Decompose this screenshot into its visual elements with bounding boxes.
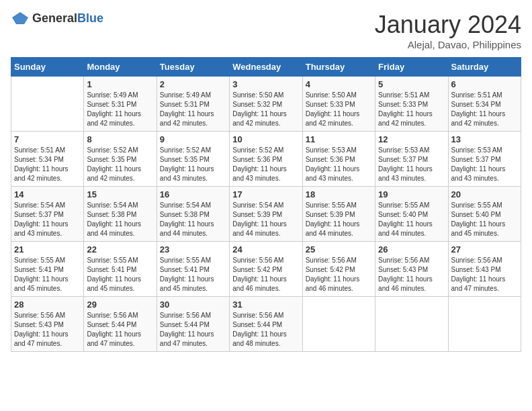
calendar-cell: 6Sunrise: 5:51 AM Sunset: 5:34 PM Daylig… [448,77,521,132]
calendar-cell: 30Sunrise: 5:56 AM Sunset: 5:44 PM Dayli… [157,297,229,352]
calendar-cell: 15Sunrise: 5:54 AM Sunset: 5:38 PM Dayli… [84,187,157,242]
day-info: Sunrise: 5:54 AM Sunset: 5:37 PM Dayligh… [14,201,81,238]
calendar-cell: 25Sunrise: 5:56 AM Sunset: 5:42 PM Dayli… [302,242,375,297]
day-info: Sunrise: 5:56 AM Sunset: 5:43 PM Dayligh… [378,256,445,293]
day-info: Sunrise: 5:56 AM Sunset: 5:44 PM Dayligh… [232,311,299,349]
day-info: Sunrise: 5:55 AM Sunset: 5:41 PM Dayligh… [14,256,81,293]
day-info: Sunrise: 5:55 AM Sunset: 5:41 PM Dayligh… [87,256,153,293]
day-info: Sunrise: 5:54 AM Sunset: 5:38 PM Dayligh… [160,201,226,238]
day-info: Sunrise: 5:50 AM Sunset: 5:32 PM Dayligh… [232,91,299,128]
calendar-week-4: 21Sunrise: 5:55 AM Sunset: 5:41 PM Dayli… [11,242,521,297]
calendar-cell: 5Sunrise: 5:51 AM Sunset: 5:33 PM Daylig… [375,77,448,132]
calendar-cell: 22Sunrise: 5:55 AM Sunset: 5:41 PM Dayli… [84,242,157,297]
title-area: January 2024 Alejal, Davao, Philippines [375,11,521,50]
day-number: 20 [451,189,518,199]
calendar-week-2: 7Sunrise: 5:51 AM Sunset: 5:34 PM Daylig… [11,132,521,187]
calendar-header: SundayMondayTuesdayWednesdayThursdayFrid… [11,58,521,77]
calendar-cell: 4Sunrise: 5:50 AM Sunset: 5:33 PM Daylig… [302,77,375,132]
day-info: Sunrise: 5:49 AM Sunset: 5:31 PM Dayligh… [160,91,226,128]
day-info: Sunrise: 5:49 AM Sunset: 5:31 PM Dayligh… [87,91,153,128]
calendar-table: SundayMondayTuesdayWednesdayThursdayFrid… [11,57,521,352]
day-info: Sunrise: 5:51 AM Sunset: 5:34 PM Dayligh… [14,146,81,183]
logo-general-text: General [32,11,77,25]
header-cell-tuesday: Tuesday [157,58,229,77]
day-number: 16 [160,189,226,199]
day-number: 19 [378,189,445,199]
calendar-cell: 20Sunrise: 5:55 AM Sunset: 5:40 PM Dayli… [448,187,521,242]
calendar-cell [375,297,448,352]
calendar-cell: 1Sunrise: 5:49 AM Sunset: 5:31 PM Daylig… [84,77,157,132]
day-info: Sunrise: 5:56 AM Sunset: 5:44 PM Dayligh… [87,311,153,349]
calendar-cell [302,297,375,352]
calendar-body: 1Sunrise: 5:49 AM Sunset: 5:31 PM Daylig… [11,77,521,352]
day-info: Sunrise: 5:54 AM Sunset: 5:39 PM Dayligh… [232,201,299,238]
day-number: 29 [87,300,153,310]
calendar-cell: 27Sunrise: 5:56 AM Sunset: 5:43 PM Dayli… [448,242,521,297]
day-number: 13 [451,134,518,144]
calendar-cell: 24Sunrise: 5:56 AM Sunset: 5:42 PM Dayli… [230,242,302,297]
day-number: 11 [306,134,372,144]
calendar-cell: 26Sunrise: 5:56 AM Sunset: 5:43 PM Dayli… [375,242,448,297]
day-number: 27 [451,244,518,255]
day-number: 1 [87,79,153,89]
calendar-cell: 16Sunrise: 5:54 AM Sunset: 5:38 PM Dayli… [157,187,229,242]
logo-blue-text: Blue [77,11,103,25]
day-number: 25 [306,244,372,255]
calendar-cell: 11Sunrise: 5:53 AM Sunset: 5:36 PM Dayli… [302,132,375,187]
day-number: 10 [232,134,299,144]
logo: GeneralBlue [11,11,103,26]
calendar-week-1: 1Sunrise: 5:49 AM Sunset: 5:31 PM Daylig… [11,77,521,132]
header-cell-thursday: Thursday [302,58,375,77]
calendar-cell: 9Sunrise: 5:52 AM Sunset: 5:35 PM Daylig… [157,132,229,187]
day-info: Sunrise: 5:55 AM Sunset: 5:40 PM Dayligh… [451,201,518,238]
calendar-week-3: 14Sunrise: 5:54 AM Sunset: 5:37 PM Dayli… [11,187,521,242]
day-info: Sunrise: 5:56 AM Sunset: 5:43 PM Dayligh… [451,256,518,293]
calendar-cell: 12Sunrise: 5:53 AM Sunset: 5:37 PM Dayli… [375,132,448,187]
header-row: SundayMondayTuesdayWednesdayThursdayFrid… [11,58,521,77]
calendar-cell: 2Sunrise: 5:49 AM Sunset: 5:31 PM Daylig… [157,77,229,132]
calendar-cell: 31Sunrise: 5:56 AM Sunset: 5:44 PM Dayli… [230,297,302,352]
location-title: Alejal, Davao, Philippines [375,39,521,50]
day-number: 9 [160,134,226,144]
header-cell-saturday: Saturday [448,58,521,77]
calendar-cell: 29Sunrise: 5:56 AM Sunset: 5:44 PM Dayli… [84,297,157,352]
day-number: 14 [14,189,81,199]
day-number: 3 [232,79,299,89]
day-info: Sunrise: 5:56 AM Sunset: 5:44 PM Dayligh… [160,311,226,349]
day-info: Sunrise: 5:55 AM Sunset: 5:39 PM Dayligh… [306,201,372,238]
calendar-week-5: 28Sunrise: 5:56 AM Sunset: 5:43 PM Dayli… [11,297,521,352]
day-number: 7 [14,134,81,144]
day-info: Sunrise: 5:56 AM Sunset: 5:42 PM Dayligh… [306,256,372,293]
day-number: 28 [14,300,81,310]
day-info: Sunrise: 5:53 AM Sunset: 5:36 PM Dayligh… [306,146,372,183]
day-number: 8 [87,134,153,144]
day-info: Sunrise: 5:51 AM Sunset: 5:34 PM Dayligh… [451,91,518,128]
header-cell-sunday: Sunday [11,58,84,77]
day-number: 5 [378,79,445,89]
day-info: Sunrise: 5:52 AM Sunset: 5:35 PM Dayligh… [87,146,153,183]
calendar-cell: 21Sunrise: 5:55 AM Sunset: 5:41 PM Dayli… [11,242,84,297]
day-number: 21 [14,244,81,255]
day-info: Sunrise: 5:51 AM Sunset: 5:33 PM Dayligh… [378,91,445,128]
calendar-cell: 17Sunrise: 5:54 AM Sunset: 5:39 PM Dayli… [230,187,302,242]
day-info: Sunrise: 5:52 AM Sunset: 5:36 PM Dayligh… [232,146,299,183]
day-number: 26 [378,244,445,255]
day-number: 22 [87,244,153,255]
header-cell-monday: Monday [84,58,157,77]
calendar-cell: 10Sunrise: 5:52 AM Sunset: 5:36 PM Dayli… [230,132,302,187]
day-info: Sunrise: 5:50 AM Sunset: 5:33 PM Dayligh… [306,91,372,128]
day-number: 12 [378,134,445,144]
day-info: Sunrise: 5:52 AM Sunset: 5:35 PM Dayligh… [160,146,226,183]
header: GeneralBlue January 2024 Alejal, Davao, … [11,11,521,50]
month-title: January 2024 [375,11,521,39]
day-info: Sunrise: 5:56 AM Sunset: 5:43 PM Dayligh… [14,311,81,349]
calendar-cell: 19Sunrise: 5:55 AM Sunset: 5:40 PM Dayli… [375,187,448,242]
day-number: 30 [160,300,226,310]
calendar-cell: 13Sunrise: 5:53 AM Sunset: 5:37 PM Dayli… [448,132,521,187]
header-cell-friday: Friday [375,58,448,77]
day-number: 6 [451,79,518,89]
day-info: Sunrise: 5:53 AM Sunset: 5:37 PM Dayligh… [378,146,445,183]
day-number: 17 [232,189,299,199]
calendar-cell [448,297,521,352]
calendar-cell: 28Sunrise: 5:56 AM Sunset: 5:43 PM Dayli… [11,297,84,352]
